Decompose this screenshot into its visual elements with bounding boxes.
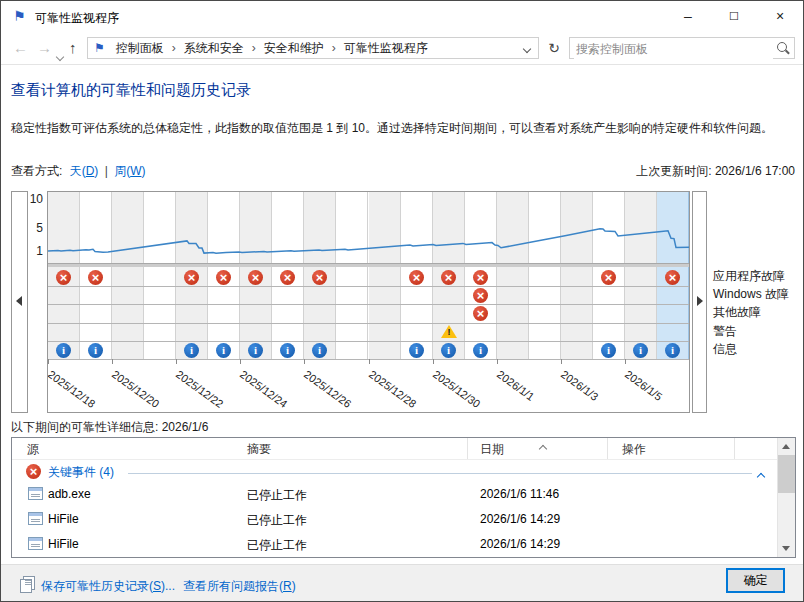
cell-summary: 已停止工作 [247, 487, 307, 504]
table-row[interactable]: HiFile已停止工作2026/1/6 14:29 [12, 532, 778, 557]
up-button[interactable]: ↑ [69, 38, 77, 58]
x-axis-date-label: 2025/12/22 [174, 368, 226, 410]
address-toolbar: ← → ↑ ⚑ 控制面板›系统和安全›安全和维护›可靠性监视程序 ↻ [1, 33, 803, 65]
x-axis-tick [561, 359, 562, 364]
address-dropdown-icon[interactable] [524, 41, 530, 55]
information-icon [312, 343, 327, 358]
sort-ascending-icon [540, 441, 546, 455]
ok-button[interactable]: 确定 [726, 568, 785, 593]
save-history-icon [23, 576, 35, 590]
application-failure-icon [184, 270, 199, 285]
forward-button[interactable]: → [37, 38, 52, 58]
search-box [569, 37, 795, 59]
close-button[interactable]: × [757, 1, 803, 33]
legend-row-label: 信息 [713, 340, 789, 358]
group-label[interactable]: 关键事件 (4) [48, 464, 114, 481]
breadcrumb: 控制面板›系统和安全›安全和维护›可靠性监视程序 [110, 40, 434, 57]
group-rule [128, 473, 752, 474]
x-axis-tick [369, 359, 370, 364]
maximize-button[interactable]: ☐ [711, 1, 757, 33]
page-title: 查看计算机的可靠性和问题历史记录 [11, 81, 251, 100]
breadcrumb-item[interactable]: 控制面板 [110, 40, 170, 57]
stability-index-line [48, 192, 689, 264]
x-axis-date-label: 2025/12/18 [47, 368, 98, 410]
collapse-group-icon[interactable] [758, 469, 764, 483]
cell-summary: 已停止工作 [247, 512, 307, 529]
table-row[interactable]: HiFile已停止工作2026/1/6 14:29 [12, 507, 778, 532]
legend-row-label: 其他故障 [713, 303, 789, 321]
critical-events-group-row[interactable]: 关键事件 (4) [12, 462, 795, 482]
application-failure-icon [409, 270, 424, 285]
scroll-down-button[interactable] [778, 540, 795, 557]
application-failure-icon [441, 270, 456, 285]
information-icon [184, 343, 199, 358]
details-table: 源 摘要 日期 操作 关键事件 (4) adb.exe已停止工作2026/1/6… [11, 437, 796, 558]
breadcrumb-item[interactable]: 可靠性监视程序 [338, 40, 434, 57]
history-dropdown-icon[interactable] [57, 45, 63, 65]
x-axis-tick [48, 359, 49, 364]
cell-date: 2026/1/6 11:46 [480, 487, 559, 501]
information-icon [216, 343, 231, 358]
table-scrollbar[interactable] [777, 438, 795, 557]
refresh-button[interactable]: ↻ [545, 39, 563, 57]
column-header-action[interactable]: 操作 [622, 441, 646, 458]
event-row-legend: 应用程序故障Windows 故障其他故障警告信息 [713, 267, 789, 358]
x-axis-date-label: 2026/1/1 [495, 368, 537, 403]
information-icon [409, 343, 424, 358]
scroll-earlier-button[interactable] [11, 191, 28, 413]
reliability-monitor-window: ⚑ 可靠性监视程序 – ☐ × ← → ↑ ⚑ 控制面板›系统和安全›安全和维护… [0, 0, 804, 602]
address-bar[interactable]: ⚑ 控制面板›系统和安全›安全和维护›可靠性监视程序 [87, 37, 539, 59]
page-description: 稳定性指数可评估系统的总体稳定性，此指数的取值范围是 1 到 10。通过选择特定… [11, 120, 795, 137]
y-axis-tick-label: 5 [36, 221, 43, 235]
view-by-days-link[interactable]: 天(D) [70, 164, 99, 178]
legend-row-label: 应用程序故障 [713, 267, 789, 285]
application-failure-icon [665, 270, 680, 285]
legend-row-label: Windows 故障 [713, 285, 789, 303]
view-mode-label: 查看方式: [11, 164, 62, 178]
other-failure-icon [473, 306, 488, 321]
cell-date: 2026/1/6 14:29 [480, 512, 560, 526]
column-header-summary[interactable]: 摘要 [247, 441, 271, 458]
information-icon [665, 343, 680, 358]
crumb-separator-icon: › [170, 41, 178, 55]
x-axis-date-label: 2025/12/20 [110, 368, 162, 410]
grid-line [48, 323, 689, 324]
back-button[interactable]: ← [13, 38, 28, 58]
y-axis: 1051 [28, 191, 45, 263]
application-failure-icon [56, 270, 71, 285]
x-axis-date-label: 2026/1/3 [559, 368, 601, 403]
information-icon [473, 343, 488, 358]
grid-line [48, 286, 689, 287]
legend-row-label: 警告 [713, 322, 789, 340]
reliability-chart: 2025/12/182025/12/202025/12/222025/12/24… [47, 191, 690, 413]
window-title: 可靠性监视程序 [35, 10, 119, 27]
scrollbar-thumb[interactable] [778, 455, 795, 493]
column-header-date[interactable]: 日期 [480, 441, 504, 458]
column-header-source[interactable]: 源 [27, 441, 39, 458]
x-axis-date-label: 2026/1/5 [623, 368, 665, 403]
right-arrow-icon [697, 296, 703, 306]
left-arrow-icon [16, 296, 22, 306]
cell-source: HiFile [48, 512, 79, 526]
minimize-button[interactable]: – [665, 1, 711, 33]
grid-line [48, 304, 689, 305]
information-icon [601, 343, 616, 358]
search-icon[interactable] [777, 42, 787, 52]
view-by-weeks-link[interactable]: 周(W) [114, 164, 145, 178]
application-failure-icon [280, 270, 295, 285]
scroll-up-button[interactable] [778, 438, 795, 455]
cell-source: adb.exe [48, 487, 91, 501]
breadcrumb-item[interactable]: 系统和安全 [178, 40, 250, 57]
view-all-problem-reports-link[interactable]: 查看所有问题报告(R) [183, 578, 296, 595]
save-reliability-history-link[interactable]: 保存可靠性历史记录(S)... [41, 578, 175, 595]
grid-line [48, 341, 689, 342]
table-row[interactable]: adb.exe已停止工作2026/1/6 11:46 [12, 482, 778, 507]
y-axis-tick-label: 1 [36, 244, 43, 258]
app-flag-icon: ⚑ [13, 8, 26, 24]
search-input[interactable] [574, 39, 773, 59]
scroll-later-button[interactable] [692, 191, 707, 413]
crumb-separator-icon: › [330, 41, 338, 55]
breadcrumb-item[interactable]: 安全和维护 [258, 40, 330, 57]
x-axis-date-label: 2025/12/28 [367, 368, 419, 410]
crumb-separator-icon: › [250, 41, 258, 55]
